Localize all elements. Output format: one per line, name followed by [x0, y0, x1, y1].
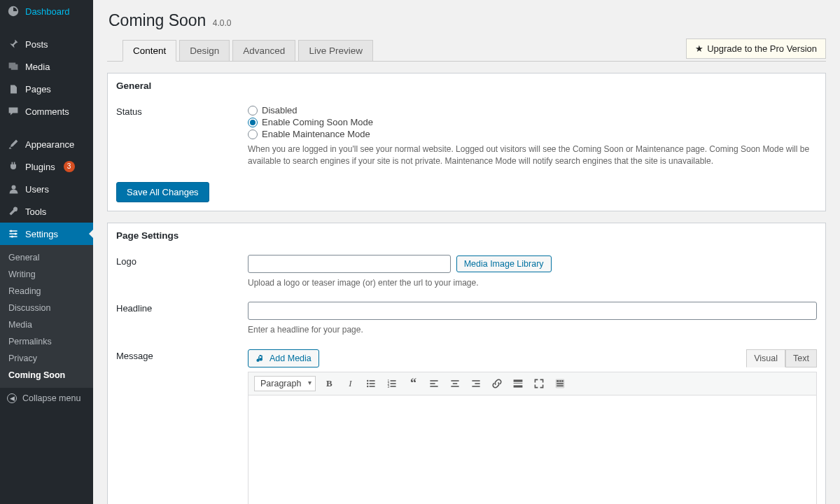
toolbar-toggle-icon[interactable]	[552, 376, 568, 391]
sidebar-item-pages[interactable]: Pages	[0, 78, 93, 100]
headline-help-text: Enter a headline for your page.	[248, 324, 817, 336]
sidebar-label: Pages	[25, 84, 51, 94]
read-more-icon[interactable]	[510, 376, 526, 391]
sub-item-media[interactable]: Media	[0, 316, 93, 333]
sub-item-privacy[interactable]: Privacy	[0, 350, 93, 367]
sub-item-reading[interactable]: Reading	[0, 283, 93, 300]
panel-general: General Status Disabled Enable Coming So…	[107, 73, 826, 211]
message-editor[interactable]	[248, 396, 817, 504]
media-icon	[7, 60, 20, 73]
bold-icon[interactable]: B	[321, 376, 337, 391]
plug-icon	[7, 160, 20, 173]
sub-item-writing[interactable]: Writing	[0, 266, 93, 283]
tab-bar: Content Design Advanced Live Preview ★ U…	[107, 38, 826, 62]
svg-rect-19	[451, 380, 459, 382]
collapse-menu[interactable]: ◀ Collapse menu	[0, 388, 93, 409]
bullet-list-icon[interactable]	[363, 376, 379, 391]
admin-sidebar: Dashboard Posts Media Pages Comments App…	[0, 0, 93, 504]
sliders-icon	[7, 227, 20, 240]
upgrade-label: Upgrade to the Pro Version	[707, 43, 817, 54]
numbered-list-icon[interactable]: 123	[384, 376, 400, 391]
svg-rect-23	[475, 383, 480, 384]
sidebar-label: Settings	[25, 229, 58, 239]
logo-help-text: Upload a logo or teaser image (or) enter…	[248, 277, 817, 289]
dashboard-icon	[7, 5, 20, 18]
fullscreen-icon[interactable]	[531, 376, 547, 391]
add-media-label: Add Media	[270, 354, 312, 363]
sidebar-item-comments[interactable]: Comments	[0, 100, 93, 122]
tab-design[interactable]: Design	[179, 40, 230, 62]
sidebar-label: Dashboard	[25, 6, 70, 17]
sidebar-item-dashboard[interactable]: Dashboard	[0, 0, 93, 22]
svg-rect-33	[557, 385, 564, 386]
tab-content[interactable]: Content	[122, 40, 176, 62]
radio-coming-soon[interactable]: Enable Coming Soon Mode	[248, 117, 817, 127]
headline-input[interactable]	[248, 302, 817, 320]
plugins-count-badge: 3	[64, 161, 75, 172]
add-media-button[interactable]: Add Media	[248, 349, 319, 368]
svg-rect-18	[430, 386, 438, 387]
editor-tab-text[interactable]: Text	[785, 349, 817, 368]
sidebar-label: Plugins	[25, 162, 55, 172]
radio-icon	[248, 118, 258, 127]
radio-label: Enable Maintenance Mode	[262, 129, 370, 139]
sub-item-permalinks[interactable]: Permalinks	[0, 333, 93, 350]
sidebar-item-settings[interactable]: Settings	[0, 223, 93, 245]
radio-icon	[248, 106, 258, 115]
svg-rect-16	[430, 380, 438, 382]
svg-rect-13	[391, 383, 396, 384]
svg-point-6	[367, 382, 368, 384]
upgrade-button[interactable]: ★ Upgrade to the Pro Version	[686, 38, 826, 59]
wrench-icon	[7, 205, 20, 218]
svg-point-1	[10, 230, 12, 232]
svg-rect-31	[562, 380, 564, 382]
link-icon[interactable]	[489, 376, 505, 391]
svg-rect-22	[472, 380, 480, 382]
media-library-button[interactable]: Media Image Library	[456, 255, 552, 272]
logo-label: Logo	[116, 255, 234, 289]
paragraph-dropdown[interactable]: Paragraph	[254, 376, 316, 391]
radio-disabled[interactable]: Disabled	[248, 105, 817, 115]
svg-point-4	[367, 379, 368, 381]
align-center-icon[interactable]	[447, 376, 463, 391]
music-note-icon	[255, 354, 265, 363]
svg-rect-21	[451, 386, 459, 387]
sidebar-item-users[interactable]: Users	[0, 178, 93, 200]
sub-item-coming-soon[interactable]: Coming Soon	[0, 367, 93, 384]
tab-advanced[interactable]: Advanced	[232, 40, 295, 62]
radio-maintenance[interactable]: Enable Maintenance Mode	[248, 129, 817, 139]
sub-item-discussion[interactable]: Discussion	[0, 300, 93, 316]
svg-rect-9	[370, 386, 375, 387]
status-help-text: When you are logged in you'll see your n…	[248, 144, 817, 168]
sidebar-item-plugins[interactable]: Plugins 3	[0, 155, 93, 178]
settings-submenu: General Writing Reading Discussion Media…	[0, 245, 93, 388]
page-icon	[7, 83, 20, 95]
tab-live-preview[interactable]: Live Preview	[298, 40, 373, 62]
svg-point-3	[11, 235, 13, 237]
section-heading-general: General	[108, 74, 825, 98]
blockquote-icon[interactable]: “	[405, 376, 421, 391]
svg-text:3: 3	[388, 384, 390, 388]
align-left-icon[interactable]	[426, 376, 442, 391]
svg-rect-5	[370, 380, 375, 382]
sidebar-label: Posts	[25, 39, 48, 50]
radio-label: Disabled	[262, 105, 298, 115]
save-all-changes-button[interactable]: Save All Changes	[116, 182, 209, 202]
italic-icon[interactable]: I	[342, 376, 358, 391]
align-right-icon[interactable]	[468, 376, 484, 391]
sidebar-item-tools[interactable]: Tools	[0, 200, 93, 223]
sidebar-item-media[interactable]: Media	[0, 55, 93, 78]
sidebar-item-posts[interactable]: Posts	[0, 33, 93, 55]
editor-tab-visual[interactable]: Visual	[746, 349, 785, 368]
svg-rect-30	[560, 380, 561, 382]
svg-rect-20	[453, 383, 457, 384]
svg-rect-17	[430, 383, 435, 384]
sidebar-item-appearance[interactable]: Appearance	[0, 133, 93, 155]
headline-label: Headline	[116, 302, 234, 336]
svg-rect-15	[391, 386, 396, 387]
collapse-label: Collapse menu	[22, 393, 80, 403]
sidebar-label: Comments	[25, 106, 69, 117]
message-label: Message	[116, 349, 234, 504]
logo-input[interactable]	[248, 255, 451, 273]
sub-item-general[interactable]: General	[0, 249, 93, 266]
